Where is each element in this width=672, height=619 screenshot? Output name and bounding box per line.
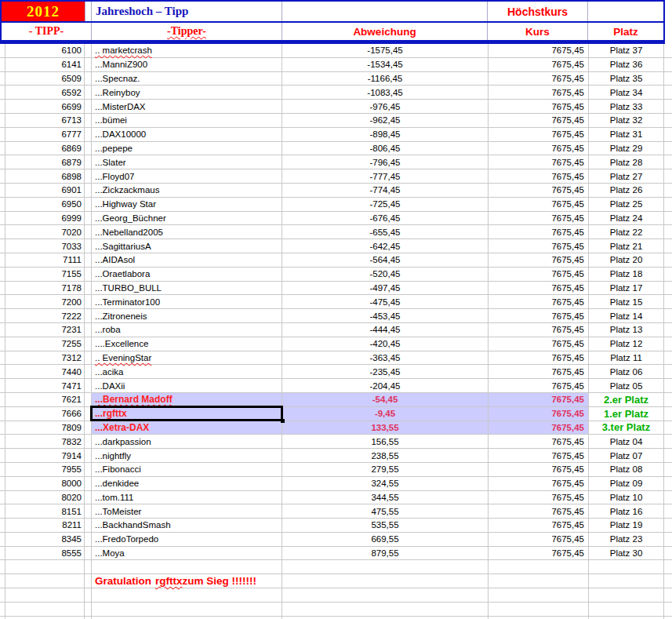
tipp-cell[interactable]: 7312	[5, 351, 85, 366]
abweichung-cell[interactable]: 475,55	[282, 504, 489, 519]
tipp-cell[interactable]	[5, 603, 85, 617]
kurs-cell[interactable]: 7675,45	[489, 421, 589, 435]
abweichung-cell[interactable]: -806,45	[282, 142, 489, 156]
gap-cell[interactable]	[85, 449, 92, 463]
tipp-cell[interactable]: 7020	[5, 225, 85, 239]
gap-cell[interactable]	[85, 323, 92, 337]
abweichung-cell[interactable]	[282, 560, 489, 574]
tipper-cell[interactable]: ...ManniZ900	[92, 58, 282, 72]
gap-cell[interactable]	[85, 463, 92, 477]
platz-cell[interactable]: Platz 19	[589, 519, 664, 533]
tipp-cell[interactable]: 7178	[5, 282, 85, 296]
gap-cell[interactable]	[85, 142, 92, 156]
gap-cell[interactable]	[85, 155, 92, 169]
abweichung-cell[interactable]: 669,55	[282, 533, 489, 547]
gap-cell[interactable]	[85, 560, 92, 574]
tipp-cell[interactable]: 7471	[5, 379, 85, 393]
gap-cell[interactable]	[85, 44, 92, 58]
kurs-cell[interactable]: 7675,45	[489, 393, 589, 407]
sheet-title-cell[interactable]: Jahreshoch – Tipp	[92, 2, 282, 21]
tipper-cell[interactable]: ...Terminator100	[92, 295, 282, 309]
gap-cell[interactable]	[85, 72, 92, 86]
tipper-cell[interactable]: ...BackhandSmash	[92, 519, 282, 533]
tipp-cell[interactable]: 7955	[5, 463, 85, 477]
kurs-cell[interactable]: 7675,45	[489, 449, 589, 463]
gap-cell[interactable]	[85, 309, 92, 323]
kurs-cell[interactable]: 7675,45	[489, 547, 589, 561]
kurs-cell[interactable]: 7675,45	[489, 379, 589, 393]
platz-cell[interactable]: Platz 35	[589, 72, 664, 86]
gap-cell[interactable]	[85, 533, 92, 547]
gap-cell[interactable]	[85, 295, 92, 309]
kurs-cell[interactable]: 7675,45	[489, 44, 589, 58]
tipper-cell[interactable]: ...Nebelland2005	[92, 225, 282, 239]
platz-cell[interactable]: Platz 18	[589, 268, 664, 282]
platz-cell[interactable]: Platz 32	[589, 114, 664, 128]
tipper-cell[interactable]: ...Slater	[92, 155, 282, 169]
platz-cell[interactable]: Platz 25	[589, 198, 664, 212]
gap-cell[interactable]	[85, 393, 92, 407]
kurs-cell[interactable]: 7675,45	[489, 504, 589, 519]
tipp-cell[interactable]: 7255	[5, 337, 85, 351]
col-header-platz[interactable]: Platz	[588, 23, 663, 40]
gap-cell[interactable]	[85, 198, 92, 212]
tipper-cell[interactable]: ...darkpassion	[92, 435, 282, 449]
kurs-cell[interactable]	[489, 574, 589, 588]
tipp-cell[interactable]	[5, 560, 85, 574]
gap-cell[interactable]	[85, 184, 92, 198]
kurs-cell[interactable]: 7675,45	[489, 184, 589, 198]
abweichung-cell[interactable]: -235,45	[282, 365, 489, 379]
tipper-cell[interactable]: ...Reinyboy	[92, 86, 282, 100]
tipp-cell[interactable]: 6777	[5, 128, 85, 142]
kurs-cell[interactable]: 7675,45	[489, 253, 589, 268]
gap-cell[interactable]	[85, 435, 92, 449]
tipp-cell[interactable]: 8345	[5, 533, 85, 547]
platz-cell[interactable]: Platz 15	[589, 295, 664, 309]
platz-cell[interactable]: Platz 16	[589, 504, 664, 519]
tipp-cell[interactable]: 6509	[5, 72, 85, 86]
kurs-cell[interactable]: 7675,45	[489, 72, 589, 86]
gap-cell[interactable]	[85, 407, 92, 421]
kurs-cell[interactable]: 7675,45	[489, 435, 589, 449]
gap-cell[interactable]	[85, 477, 92, 491]
abweichung-cell[interactable]: -774,45	[282, 184, 489, 198]
tipp-cell[interactable]: 8151	[5, 504, 85, 519]
gap-cell[interactable]	[85, 504, 92, 519]
gap-cell[interactable]	[85, 114, 92, 128]
tipp-cell[interactable]: 7666	[5, 407, 85, 421]
platz-cell[interactable]: Platz 21	[589, 239, 664, 253]
tipp-cell[interactable]: 7621	[5, 393, 85, 407]
tipper-cell[interactable]: .. EveningStar	[92, 351, 282, 366]
platz-cell[interactable]	[589, 603, 664, 617]
kurs-cell[interactable]: 7675,45	[489, 477, 589, 491]
platz-cell[interactable]: Platz 37	[589, 44, 664, 58]
year-cell[interactable]: 2012	[2, 2, 85, 21]
gap-cell[interactable]	[85, 239, 92, 253]
gap-cell[interactable]	[85, 58, 92, 72]
gap-cell[interactable]	[85, 588, 92, 603]
header-empty-cell-right[interactable]	[588, 2, 663, 21]
gap-cell[interactable]	[85, 128, 92, 142]
tipp-cell[interactable]: 6869	[5, 142, 85, 156]
abweichung-cell[interactable]: -420,45	[282, 337, 489, 351]
tipp-cell[interactable]: 7832	[5, 435, 85, 449]
kurs-cell[interactable]: 7675,45	[489, 323, 589, 337]
tipp-cell[interactable]	[5, 588, 85, 603]
tipper-cell[interactable]: ...Zickzackmaus	[92, 184, 282, 198]
kurs-cell[interactable]: 7675,45	[489, 365, 589, 379]
platz-cell[interactable]: Platz 30	[589, 547, 664, 561]
platz-cell[interactable]: Platz 08	[589, 463, 664, 477]
tipper-cell[interactable]: ...Floyd07	[92, 169, 282, 184]
abweichung-cell[interactable]: 879,55	[282, 547, 489, 561]
gap-cell[interactable]	[85, 212, 92, 226]
tipper-cell[interactable]: ...Georg_Büchner	[92, 212, 282, 226]
platz-cell[interactable]: Platz 06	[589, 365, 664, 379]
abweichung-cell[interactable]: -1083,45	[282, 86, 489, 100]
platz-cell[interactable]: Platz 04	[589, 435, 664, 449]
platz-cell[interactable]: Platz 05	[589, 379, 664, 393]
tipp-cell[interactable]: 7231	[5, 323, 85, 337]
tipper-cell[interactable]: ...nightfly	[92, 449, 282, 463]
gap-cell[interactable]	[85, 603, 92, 617]
tipp-cell[interactable]: 7155	[5, 268, 85, 282]
abweichung-cell[interactable]: 156,55	[282, 435, 489, 449]
